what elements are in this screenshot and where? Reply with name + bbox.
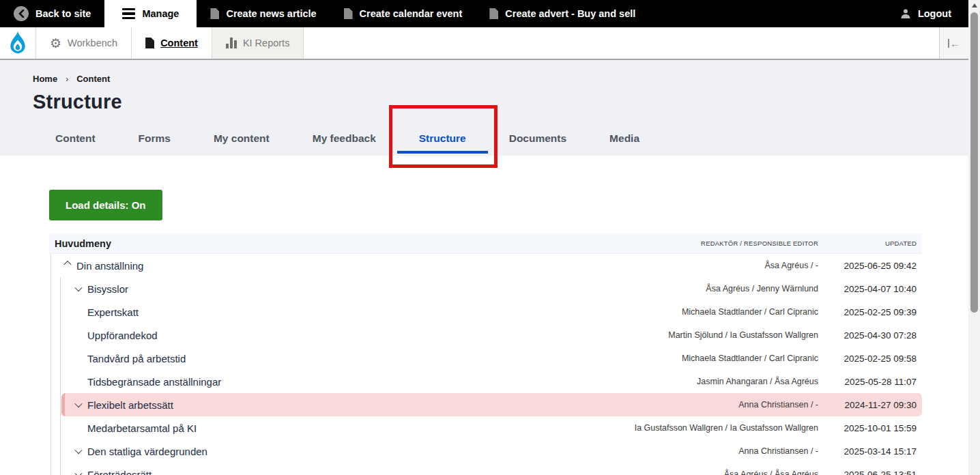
vertical-scrollbar[interactable]	[968, 0, 980, 475]
tab-label: Structure	[419, 132, 466, 144]
editor-cell: Åsa Agréus / Jenny Wärnlund	[706, 284, 818, 293]
menu-item-label: Företrädesrätt	[87, 469, 152, 475]
table-row[interactable]: Expertskatt Michaela Stadtlander / Carl …	[49, 300, 922, 323]
updated-cell: 2025-06-25 13:51	[818, 470, 922, 475]
scroll-up-arrow-icon[interactable]	[972, 3, 977, 8]
create-link-create-calendar-event[interactable]: Create calendar event	[330, 0, 476, 27]
tab-structure[interactable]: Structure	[419, 131, 466, 145]
create-link-label: Create calendar event	[360, 8, 463, 19]
menu-structure-table: Huvudmeny REDAKTÖR / RESPONSIBLE EDITOR …	[49, 233, 922, 475]
menu-item-name: Företrädesrätt	[49, 469, 724, 475]
table-title: Huvudmeny	[49, 238, 701, 249]
document-icon	[489, 8, 498, 19]
tab-label: My content	[214, 132, 270, 144]
admin-toolbar: Back to site Manage Create news article …	[0, 0, 980, 27]
drupal-home-button[interactable]	[0, 27, 35, 59]
tab-documents[interactable]: Documents	[509, 131, 566, 145]
create-link-create-advert-buy-and-sell[interactable]: Create advert - Buy and sell	[476, 0, 649, 27]
document-icon	[344, 8, 353, 19]
person-icon	[900, 8, 911, 19]
table-body: Din anställning Åsa Agréus / - 2025-06-2…	[49, 254, 922, 475]
page-header: Home › Content Structure Content Forms M…	[0, 60, 980, 156]
manage-tab[interactable]: Manage	[104, 0, 197, 27]
collapse-icon	[948, 39, 949, 48]
chevron-icon[interactable]	[63, 261, 71, 268]
editor-cell: Jasmin Ahangaran / Åsa Agréus	[697, 377, 818, 386]
tab-label: Media	[609, 132, 639, 144]
tab-my-feedback[interactable]: My feedback	[313, 131, 376, 145]
table-row[interactable]: Den statliga värdegrunden Anna Christian…	[49, 440, 922, 463]
editor-cell: Anna Christiansen / -	[738, 446, 818, 456]
chevron-icon[interactable]	[74, 446, 82, 454]
page-title: Structure	[33, 91, 980, 113]
menu-item-name: Flexibelt arbetssätt	[49, 399, 738, 411]
gear-icon: ⚙	[50, 37, 61, 50]
table-header-row: Huvudmeny REDAKTÖR / RESPONSIBLE EDITOR …	[49, 233, 922, 254]
table-row[interactable]: Uppförandekod Martin Sjölund / Ia Gustaf…	[49, 323, 922, 347]
menu-item-label: Flexibelt arbetssätt	[87, 399, 173, 411]
ki-reports-tab[interactable]: KI Reports	[212, 27, 304, 59]
tab-label: Documents	[509, 132, 566, 144]
table-row[interactable]: Bisysslor Åsa Agréus / Jenny Wärnlund 20…	[49, 277, 922, 300]
table-row[interactable]: Medarbetarsamtal på KI Ia Gustafsson Wal…	[49, 416, 922, 440]
updated-cell: 2025-06-25 09:42	[818, 261, 922, 271]
table-row[interactable]: Företrädesrätt Åsa Agréus / Åsa Agréus 2…	[49, 463, 922, 475]
editor-cell: Anna Christiansen / -	[738, 400, 818, 409]
chevron-icon[interactable]	[74, 470, 82, 475]
collapse-toolbar-button[interactable]: ←	[939, 27, 968, 59]
menu-item-name: Medarbetarsamtal på KI	[49, 422, 635, 434]
menu-item-name: Tandvård på arbetstid	[49, 353, 682, 364]
active-tab-underline	[397, 151, 488, 154]
breadcrumb-home-link[interactable]: Home	[33, 74, 57, 84]
chevron-icon[interactable]	[74, 400, 82, 407]
menu-item-name: Den statliga värdegrunden	[49, 446, 738, 457]
tab-forms[interactable]: Forms	[139, 131, 171, 145]
chevron-icon[interactable]	[74, 284, 82, 291]
create-link-create-news-article[interactable]: Create news article	[197, 0, 330, 27]
tab-content[interactable]: Content	[55, 131, 96, 145]
back-to-site-button[interactable]: Back to site	[0, 0, 104, 27]
hamburger-icon	[122, 8, 135, 20]
menu-item-name: Bisysslor	[49, 283, 706, 295]
updated-cell: 2025-02-25 09:58	[818, 354, 922, 364]
menu-item-label: Expertskatt	[87, 306, 139, 318]
scrollbar-thumb[interactable]	[970, 12, 978, 313]
create-links: Create news article Create calendar even…	[197, 0, 649, 27]
tab-label: Forms	[139, 132, 171, 144]
menu-item-label: Tandvård på arbetstid	[87, 353, 186, 364]
ki-reports-label: KI Reports	[243, 38, 290, 48]
updated-cell: 2025-04-07 10:40	[818, 284, 922, 294]
editor-cell: Martin Sjölund / Ia Gustafsson Wallgren	[668, 330, 818, 340]
tab-label: My feedback	[313, 132, 376, 144]
workbench-tab[interactable]: ⚙ Workbench	[35, 27, 131, 59]
content-tab[interactable]: Content	[131, 27, 212, 59]
menu-item-label: Tidsbegränsade anställningar	[87, 376, 221, 388]
editor-cell: Michaela Stadtlander / Carl Cipranic	[682, 354, 818, 363]
tab-my-content[interactable]: My content	[214, 131, 270, 145]
editor-cell: Åsa Agréus / Åsa Agréus	[724, 470, 818, 475]
table-row[interactable]: Flexibelt arbetssätt Anna Christiansen /…	[49, 393, 922, 416]
back-to-site-label: Back to site	[35, 8, 91, 19]
table-row[interactable]: Tandvård på arbetstid Michaela Stadtland…	[49, 347, 922, 370]
updated-cell: 2025-02-25 09:39	[818, 307, 922, 317]
secondary-toolbar: ⚙ Workbench Content KI Reports ←	[0, 27, 980, 60]
table-row[interactable]: Tidsbegränsade anställningar Jasmin Ahan…	[49, 370, 922, 393]
tab-media[interactable]: Media	[609, 131, 639, 145]
bar-chart-icon	[226, 38, 237, 48]
load-details-button[interactable]: Load details: On	[49, 190, 162, 220]
column-header-updated: UPDATED	[818, 240, 922, 247]
table-row[interactable]: Din anställning Åsa Agréus / - 2025-06-2…	[49, 254, 922, 277]
breadcrumb: Home › Content	[0, 60, 980, 84]
admin-bar-spacer	[649, 0, 887, 27]
tab-label: Content	[55, 132, 96, 144]
logout-button[interactable]: Logout	[887, 0, 980, 27]
create-link-label: Create news article	[226, 8, 316, 19]
drupal-logo-icon	[8, 31, 28, 55]
breadcrumb-content-link[interactable]: Content	[76, 74, 110, 84]
main-content: Load details: On Huvudmeny REDAKTÖR / RE…	[0, 156, 980, 475]
create-link-label: Create advert - Buy and sell	[505, 8, 635, 19]
breadcrumb-separator: ›	[66, 74, 68, 84]
document-icon	[210, 8, 219, 19]
updated-cell: 2025-04-30 07:28	[818, 330, 922, 341]
menu-item-label: Medarbetarsamtal på KI	[87, 422, 197, 434]
